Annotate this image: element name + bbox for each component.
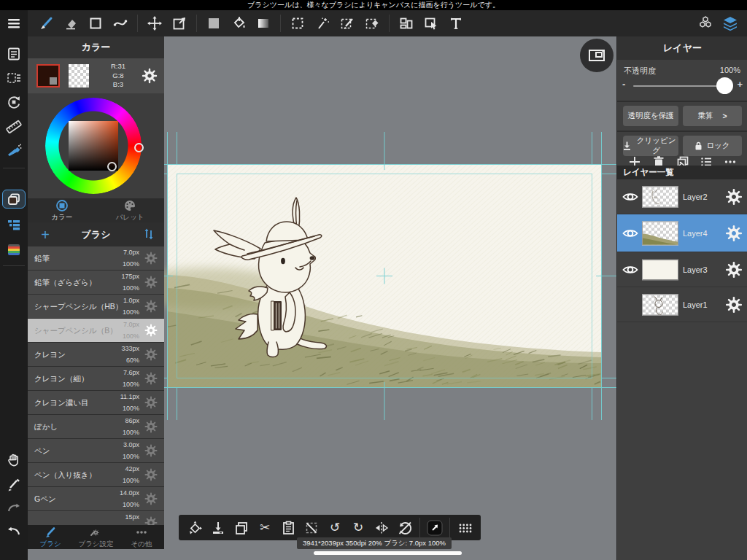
brush-settings-gear-icon[interactable] bbox=[144, 371, 158, 386]
protect-alpha-button[interactable]: 透明度を保護 bbox=[623, 106, 678, 126]
color-settings-gear-icon[interactable] bbox=[141, 67, 158, 87]
brush-settings-gear-icon[interactable] bbox=[144, 251, 158, 265]
brush-item-selected[interactable]: シャープペンシル（B）7.0px100% bbox=[28, 319, 164, 343]
layer-row[interactable]: Layer2 bbox=[617, 179, 747, 214]
color-panel-tab-icon[interactable] bbox=[2, 190, 26, 209]
sort-brushes-icon[interactable] bbox=[141, 227, 157, 243]
deselect-icon[interactable] bbox=[302, 518, 321, 537]
canvas-document-icon[interactable] bbox=[0, 44, 28, 64]
brush-item[interactable]: Gペン14.0px100% bbox=[28, 487, 164, 511]
brush-settings-gear-icon[interactable] bbox=[144, 323, 158, 338]
brush-settings-gear-icon[interactable] bbox=[144, 275, 158, 289]
layer-row[interactable]: Layer1 bbox=[617, 287, 747, 322]
paste-icon[interactable] bbox=[279, 518, 298, 537]
foreground-swatch[interactable] bbox=[36, 64, 60, 88]
hand-tool-icon[interactable] bbox=[0, 450, 28, 470]
brush-item[interactable]: ペン3.0px100% bbox=[28, 439, 164, 463]
tab-palette[interactable]: パレット bbox=[96, 198, 165, 222]
brush-settings-gear-icon[interactable] bbox=[144, 419, 158, 434]
opacity-plus-button[interactable]: + bbox=[737, 79, 743, 90]
select-layout-icon[interactable] bbox=[0, 68, 28, 88]
transform-handles-icon[interactable] bbox=[185, 518, 204, 537]
brush-item[interactable]: 鉛筆7.0px100% bbox=[28, 246, 164, 271]
layer-settings-gear-icon[interactable] bbox=[724, 295, 743, 314]
opacity-slider-knob[interactable] bbox=[716, 77, 733, 94]
cut-icon[interactable]: ✂ bbox=[255, 518, 274, 537]
visibility-eye-icon[interactable] bbox=[622, 261, 639, 279]
redo-icon[interactable] bbox=[0, 497, 28, 518]
select-eraser-icon[interactable] bbox=[361, 12, 383, 34]
select-pen-icon[interactable] bbox=[336, 12, 358, 34]
frame-divide-icon[interactable] bbox=[395, 12, 417, 34]
sv-selector[interactable] bbox=[107, 162, 117, 171]
hue-selector[interactable] bbox=[134, 143, 144, 152]
rotate-ccw-icon[interactable]: ↺ bbox=[325, 518, 344, 537]
stylus-toggle-icon[interactable] bbox=[0, 474, 28, 494]
bucket-fill-icon[interactable] bbox=[228, 12, 249, 34]
ruler-icon[interactable] bbox=[0, 117, 28, 137]
layers-panel-toggle-icon[interactable] bbox=[719, 12, 741, 34]
blend-mode-button[interactable]: 乗算 > bbox=[683, 106, 742, 126]
canvas[interactable] bbox=[131, 128, 638, 424]
layer-row-selected[interactable]: Layer4 bbox=[617, 214, 747, 252]
undo-icon[interactable] bbox=[0, 521, 28, 541]
brush-item[interactable]: クレヨン（細）7.6px100% bbox=[28, 367, 164, 391]
gradient-tool-icon[interactable] bbox=[252, 12, 274, 34]
flip-horizontal-icon[interactable] bbox=[372, 518, 391, 537]
tab-brush-settings[interactable]: ブラシ設定 bbox=[73, 525, 118, 549]
shape-fill-icon[interactable] bbox=[203, 12, 225, 34]
text-tool-icon[interactable] bbox=[445, 12, 467, 34]
brush-settings-gear-icon[interactable] bbox=[144, 299, 158, 314]
brush-name: ペン bbox=[34, 439, 50, 463]
select-rect-icon[interactable] bbox=[287, 12, 309, 34]
move-tool-icon[interactable] bbox=[144, 12, 166, 34]
brush-list-panel-icon[interactable] bbox=[0, 214, 28, 235]
palette-strip-icon[interactable] bbox=[0, 239, 28, 260]
menu-icon[interactable] bbox=[3, 12, 25, 34]
operate-tool-icon[interactable] bbox=[420, 12, 442, 34]
rotate-reset-icon[interactable] bbox=[0, 92, 28, 112]
grid-icon[interactable] bbox=[455, 518, 474, 537]
layer-settings-gear-icon[interactable] bbox=[724, 224, 743, 243]
brush-settings-gear-icon[interactable] bbox=[144, 443, 158, 458]
layer-settings-gear-icon[interactable] bbox=[724, 187, 743, 206]
brush-tool-icon[interactable] bbox=[35, 12, 57, 34]
tab-others[interactable]: その他 bbox=[119, 525, 164, 549]
export-icon[interactable] bbox=[425, 518, 444, 537]
eraser-tool-icon[interactable] bbox=[60, 12, 82, 34]
visibility-eye-icon[interactable] bbox=[622, 188, 639, 206]
transform-tool-icon[interactable] bbox=[169, 12, 190, 34]
toolbar-separator bbox=[196, 15, 197, 32]
brush-settings-gear-icon[interactable] bbox=[144, 491, 158, 506]
tab-color[interactable]: カラー bbox=[28, 198, 96, 222]
magic-wand-icon[interactable] bbox=[311, 12, 333, 34]
opacity-minus-button[interactable]: - bbox=[622, 79, 625, 90]
home-indicator[interactable] bbox=[314, 551, 462, 555]
brush-settings-gear-icon[interactable] bbox=[144, 347, 158, 362]
airbrush-icon[interactable] bbox=[0, 141, 28, 161]
add-brush-button[interactable]: + bbox=[36, 226, 54, 244]
brush-item[interactable]: 15px bbox=[28, 511, 164, 525]
brush-item[interactable]: 鉛筆（ざらざら）175px100% bbox=[28, 271, 164, 295]
import-image-icon[interactable] bbox=[209, 518, 228, 537]
layer-row[interactable]: Layer3 bbox=[617, 252, 747, 287]
visibility-eye-icon[interactable] bbox=[622, 225, 639, 242]
tab-brush[interactable]: ブラシ bbox=[28, 525, 73, 549]
brush-settings-gear-icon[interactable] bbox=[144, 467, 158, 482]
transparent-swatch[interactable] bbox=[69, 64, 89, 88]
brush-item[interactable]: クレヨン濃い目11.1px100% bbox=[28, 391, 164, 415]
materials-icon[interactable] bbox=[694, 12, 716, 34]
curve-tool-icon[interactable] bbox=[109, 12, 131, 34]
brush-settings-gear-icon[interactable] bbox=[144, 395, 158, 410]
brush-item[interactable]: ペン（入り抜き）42px100% bbox=[28, 463, 164, 487]
brush-item[interactable]: シャープペンシル（HB）1.0px100% bbox=[28, 295, 164, 319]
layer-settings-gear-icon[interactable] bbox=[724, 260, 743, 279]
rotation-reset-off-icon[interactable] bbox=[395, 518, 414, 537]
brush-settings-gear-icon[interactable] bbox=[144, 516, 158, 525]
brush-item[interactable]: ぼかし86px100% bbox=[28, 415, 164, 439]
navigator-button[interactable] bbox=[580, 39, 614, 72]
rotate-cw-icon[interactable]: ↻ bbox=[349, 518, 368, 537]
duplicate-icon[interactable] bbox=[232, 518, 251, 537]
shape-tool-icon[interactable] bbox=[85, 12, 107, 34]
brush-item[interactable]: クレヨン333px60% bbox=[28, 343, 164, 367]
